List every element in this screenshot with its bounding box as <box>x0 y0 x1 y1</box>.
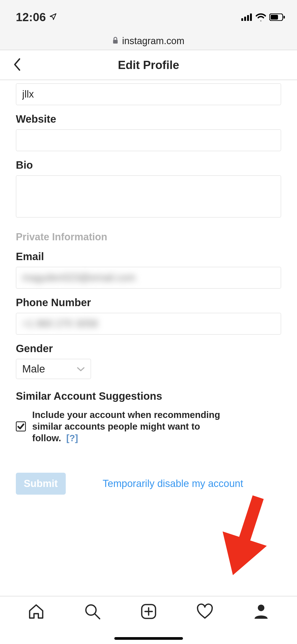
status-time: 12:06 <box>16 11 46 24</box>
private-info-header: Private Information <box>16 231 281 243</box>
website-group: Website <box>16 113 281 151</box>
email-label: Email <box>16 251 281 263</box>
submit-button[interactable]: Submit <box>16 473 66 495</box>
disable-account-link[interactable]: Temporarily disable my account <box>103 478 243 489</box>
nav-add[interactable] <box>140 603 157 621</box>
wifi-icon <box>256 13 266 21</box>
nav-home[interactable] <box>27 603 45 621</box>
checkmark-icon <box>17 423 24 430</box>
svg-rect-6 <box>284 16 285 19</box>
username-input[interactable] <box>16 83 281 105</box>
bio-group: Bio <box>16 159 281 219</box>
status-right <box>241 13 285 21</box>
svg-rect-3 <box>250 13 252 21</box>
gender-select[interactable]: Male <box>16 359 91 379</box>
website-input[interactable] <box>16 129 281 151</box>
nav-activity[interactable] <box>196 603 214 621</box>
svg-rect-2 <box>247 15 249 21</box>
home-icon <box>27 603 45 620</box>
url-domain: instagram.com <box>122 35 184 47</box>
status-bar: 12:06 <box>0 0 297 34</box>
nav-header: Edit Profile <box>0 50 297 80</box>
svg-line-11 <box>95 614 100 619</box>
username-group <box>16 83 281 105</box>
nav-profile[interactable] <box>252 603 270 621</box>
email-input[interactable]: maguilen023@email.com <box>16 267 281 289</box>
home-indicator[interactable] <box>114 637 183 640</box>
gender-group: Gender Male <box>16 343 281 379</box>
status-left: 12:06 <box>16 11 57 24</box>
similar-checkbox-row: Include your account when recommending s… <box>16 409 281 444</box>
content-area: Website Bio Private Information Email ma… <box>0 80 297 596</box>
bottom-nav <box>0 596 297 644</box>
svg-rect-0 <box>241 18 243 21</box>
search-icon <box>84 603 101 620</box>
svg-marker-9 <box>219 531 267 580</box>
similar-suggestions-header: Similar Account Suggestions <box>16 390 281 402</box>
phone-label: Phone Number <box>16 297 281 309</box>
lock-icon <box>112 37 118 45</box>
actions-row: Submit Temporarily disable my account <box>16 473 281 510</box>
phone-group: Phone Number +1 860 270 3058 <box>16 297 281 335</box>
website-label: Website <box>16 113 281 125</box>
similar-help-link[interactable]: [?] <box>66 433 78 443</box>
bio-label: Bio <box>16 159 281 171</box>
similar-checkbox-label: Include your account when recommending s… <box>32 409 222 444</box>
similar-checkbox[interactable] <box>16 421 26 431</box>
page-title: Edit Profile <box>0 58 297 72</box>
back-button[interactable] <box>12 58 22 72</box>
location-icon <box>49 13 57 22</box>
svg-rect-5 <box>271 15 278 20</box>
add-post-icon <box>140 603 157 620</box>
profile-icon <box>252 603 270 620</box>
heart-icon <box>196 603 214 620</box>
chevron-down-icon <box>77 366 85 372</box>
svg-rect-7 <box>113 40 118 44</box>
cellular-icon <box>241 13 252 21</box>
bio-input[interactable] <box>16 175 281 218</box>
phone-input[interactable]: +1 860 270 3058 <box>16 313 281 335</box>
nav-search[interactable] <box>84 603 101 621</box>
gender-value: Male <box>22 363 45 375</box>
svg-point-15 <box>258 605 264 611</box>
email-group: Email maguilen023@email.com <box>16 251 281 289</box>
battery-icon <box>269 13 285 21</box>
url-bar[interactable]: instagram.com <box>0 34 297 50</box>
gender-label: Gender <box>16 343 281 355</box>
svg-rect-1 <box>244 17 246 21</box>
